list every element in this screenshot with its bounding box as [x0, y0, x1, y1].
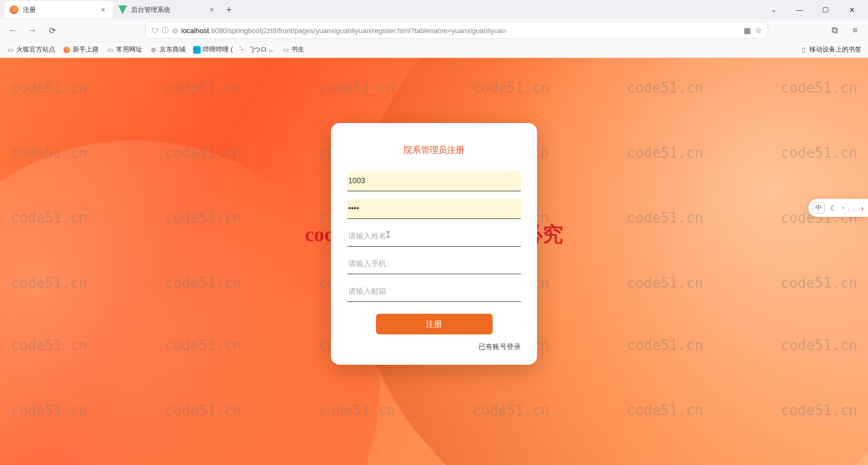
bookmark-firefox-official[interactable]: ▭火狐官方站点 [7, 45, 55, 54]
new-tab-button[interactable]: + [221, 2, 237, 17]
bilibili-icon: tv [193, 46, 201, 54]
bookmark-getting-started[interactable]: 新手上路 [63, 45, 99, 54]
password-field-wrapper [347, 199, 521, 219]
login-link[interactable]: 已有账号登录 [347, 342, 521, 352]
bookmark-star-icon[interactable]: ☆ [755, 26, 762, 35]
password-input[interactable] [348, 204, 520, 212]
lock-icon[interactable]: ⓘ [162, 25, 169, 35]
nav-bar: ← → ⟳ 🛡 ⓘ ⊘ localhost:8080/springbootj2z… [0, 20, 868, 41]
register-button[interactable]: 注册 [376, 314, 493, 334]
qr-icon[interactable]: ▦ [744, 26, 751, 35]
menu-icon[interactable]: ≡ [847, 23, 863, 38]
close-window-icon[interactable]: ✕ [840, 2, 864, 18]
tab-bar: 注册 × 后台管理系统 × + ⌄ — ☐ ✕ [0, 0, 868, 20]
folder-icon: ▭ [7, 46, 14, 54]
tab-title: 注册 [23, 5, 99, 15]
extensions-icon[interactable]: ⧉ [827, 23, 842, 38]
reload-button[interactable]: ⟳ [44, 23, 60, 38]
close-icon[interactable]: × [207, 5, 216, 14]
nav-right: ⧉ ≡ [827, 23, 863, 38]
firefox-icon [63, 46, 71, 54]
account-input[interactable] [348, 176, 520, 185]
folder-icon: ▭ [106, 46, 114, 54]
url-text: localhost:8080/springbootj2zt8/front/pag… [181, 27, 739, 35]
minimize-icon[interactable]: — [788, 2, 812, 18]
tabs-dropdown-icon[interactable]: ⌄ [762, 2, 786, 18]
bookmark-shusheng[interactable]: ▭书生 [282, 45, 304, 54]
tab-admin[interactable]: 后台管理系统 × [113, 1, 221, 18]
jd-icon: ⊕ [150, 46, 157, 54]
url-bar[interactable]: 🛡 ⓘ ⊘ localhost:8080/springbootj2zt8/fro… [145, 22, 768, 39]
register-card: 院系管理员注册 𝙸 注册 已有账号登录 [331, 123, 537, 365]
window-controls: ⌄ — ☐ ✕ [762, 2, 868, 18]
close-icon[interactable]: × [99, 5, 107, 14]
page-content: code51.cncode51.cncode51.cncode51.cncode… [0, 58, 868, 465]
name-input[interactable] [348, 231, 520, 240]
chevron-right-icon[interactable]: › [861, 204, 864, 212]
forward-button[interactable]: → [25, 23, 40, 38]
tab-title: 后台管理系统 [131, 5, 207, 15]
maximize-icon[interactable]: ☐ [814, 2, 838, 18]
bookmark-common-sites[interactable]: ▭常用网址 [106, 45, 142, 54]
connection-lock-icon: ⊘ [172, 27, 178, 35]
bookmark-jd[interactable]: ⊕京东商城 [150, 45, 186, 54]
name-field-wrapper: 𝙸 [347, 227, 521, 247]
register-title: 院系管理员注册 [347, 145, 521, 156]
bookmark-bilibili[interactable]: tv哔哩哔哩 ( ゜- ゜)つロ ... [193, 45, 274, 54]
lang-toggle[interactable]: 中 [813, 202, 825, 214]
folder-icon: ▭ [282, 46, 289, 54]
bookmark-mobile[interactable]: ▯移动设备上的书签 [800, 45, 861, 54]
email-field-wrapper [347, 282, 521, 302]
browser-chrome: 注册 × 后台管理系统 × + ⌄ — ☐ ✕ ← → ⟳ 🛡 ⓘ ⊘ loca… [0, 0, 868, 58]
mobile-icon: ▯ [800, 46, 807, 54]
side-widget: 中 ☾ • , , › [808, 199, 868, 217]
bookmarks-bar: ▭火狐官方站点 新手上路 ▭常用网址 ⊕京东商城 tv哔哩哔哩 ( ゜- ゜)つ… [0, 41, 868, 57]
account-field-wrapper [347, 171, 521, 191]
text-cursor-icon: 𝙸 [385, 230, 391, 240]
vue-favicon-icon [118, 5, 127, 14]
email-input[interactable] [348, 287, 520, 295]
moon-icon[interactable]: ☾ [830, 204, 837, 212]
shield-icon[interactable]: 🛡 [151, 27, 158, 35]
dots-icon[interactable]: • , , [843, 205, 856, 211]
phone-input[interactable] [348, 259, 520, 268]
phone-field-wrapper [347, 254, 521, 274]
back-button[interactable]: ← [5, 23, 21, 38]
firefox-favicon-icon [10, 5, 18, 14]
tab-register[interactable]: 注册 × [4, 1, 113, 18]
